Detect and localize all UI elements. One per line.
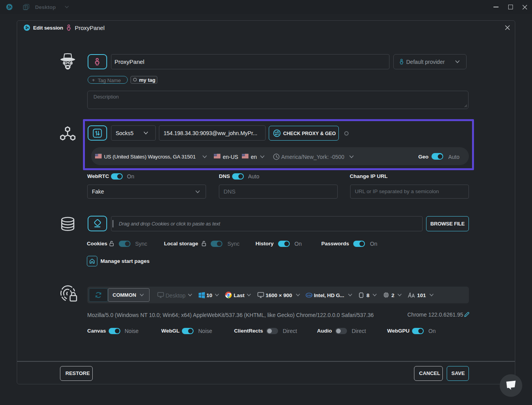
svg-text:intel: intel — [307, 294, 312, 297]
